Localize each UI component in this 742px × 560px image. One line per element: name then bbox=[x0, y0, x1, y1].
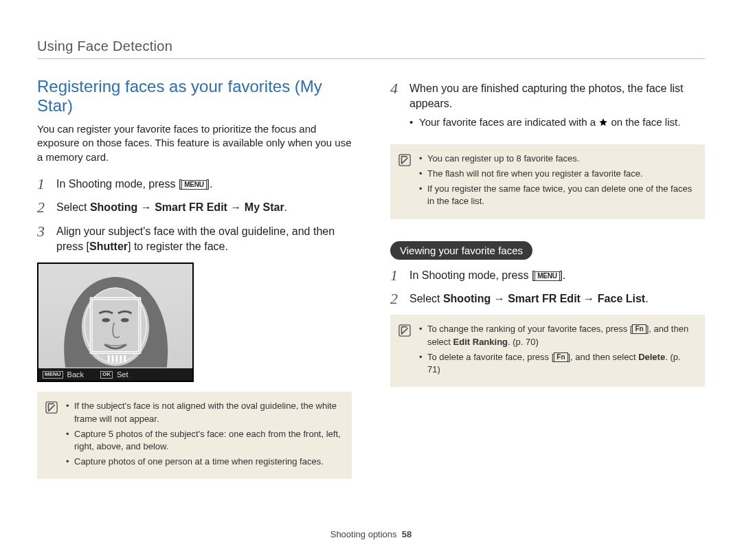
note-item: Capture photos of one person at a time w… bbox=[66, 456, 342, 468]
step-number: 1 bbox=[390, 268, 403, 283]
n3b2-bold: Delete bbox=[638, 352, 665, 362]
note-box-3: To change the ranking of your favorite f… bbox=[390, 315, 705, 387]
page-number: 58 bbox=[402, 529, 412, 539]
camera-screenshot: MENU Back OK Set bbox=[37, 262, 194, 382]
face-guideline-icon bbox=[38, 264, 192, 368]
page-title: Registering faces as your favorites (My … bbox=[37, 77, 352, 115]
note-icon bbox=[398, 324, 411, 337]
fn-icon: Fn bbox=[632, 324, 646, 334]
vstep1-post: ]. bbox=[560, 269, 566, 281]
arrow-icon: → bbox=[491, 293, 508, 304]
vstep2-smartfr: Smart FR Edit bbox=[508, 293, 581, 304]
note-item: To change the ranking of your favorite f… bbox=[419, 323, 695, 348]
step-3: 3 Align your subject's face with the ova… bbox=[37, 224, 352, 255]
step4-text: When you are finished capturing the phot… bbox=[409, 81, 705, 112]
step-number: 2 bbox=[37, 200, 49, 215]
note-item: To delete a favorite face, press [Fn], a… bbox=[419, 351, 695, 376]
step-2: 2 Select Shooting → Smart FR Edit → My S… bbox=[37, 200, 352, 215]
note-item: The flash will not fire when you registe… bbox=[419, 168, 695, 180]
vstep2-post: . bbox=[645, 293, 648, 304]
vstep1-pre: In Shooting mode, press [ bbox=[409, 269, 535, 281]
svg-point-4 bbox=[102, 318, 110, 322]
n3b2-mid: ], and then select bbox=[568, 352, 639, 362]
note-item: If you register the same face twice, you… bbox=[419, 183, 695, 208]
step2-pre: Select bbox=[56, 201, 90, 213]
menu-icon: MENU bbox=[181, 180, 206, 190]
subsection-pill: Viewing your favorite faces bbox=[390, 241, 532, 260]
n3b1-bold: Edit Ranking bbox=[453, 337, 508, 347]
note-item: Capture 5 photos of the subject's face: … bbox=[66, 428, 342, 453]
star-icon bbox=[598, 117, 608, 127]
intro-text: You can register your favorite faces to … bbox=[37, 122, 352, 164]
vstep2-shooting: Shooting bbox=[443, 293, 491, 304]
left-column: Registering faces as your favorites (My … bbox=[37, 77, 352, 491]
step-1: 1 In Shooting mode, press [MENU]. bbox=[37, 177, 352, 192]
note-icon bbox=[45, 401, 58, 414]
shutter-label: Shutter bbox=[89, 240, 128, 252]
section-header: Using Face Detection bbox=[37, 38, 705, 59]
step4-bullet-post: on the face list. bbox=[611, 116, 680, 128]
step2-shooting: Shooting bbox=[90, 201, 137, 213]
arrow-icon: → bbox=[581, 293, 598, 304]
step1-text-pre: In Shooting mode, press [ bbox=[56, 178, 181, 190]
note-icon bbox=[398, 154, 411, 166]
arrow-icon: → bbox=[227, 201, 245, 213]
step-4: 4 When you are finished capturing the ph… bbox=[390, 81, 705, 136]
step-number: 1 bbox=[37, 177, 49, 192]
step-number: 4 bbox=[390, 81, 403, 136]
set-label: Set bbox=[117, 370, 128, 379]
arrow-icon: → bbox=[137, 201, 155, 213]
footer-section: Shooting options bbox=[330, 529, 397, 539]
screenshot-toolbar: MENU Back OK Set bbox=[38, 368, 192, 381]
note-box-2: You can register up to 8 favorite faces.… bbox=[390, 144, 705, 219]
note-item: You can register up to 8 favorite faces. bbox=[419, 153, 695, 165]
n3b2-pre: To delete a favorite face, press [ bbox=[427, 352, 554, 362]
note-item: If the subject's face is not aligned wit… bbox=[66, 400, 342, 425]
step-number: 2 bbox=[390, 291, 403, 306]
menu-icon: MENU bbox=[43, 371, 63, 379]
step2-post: . bbox=[284, 201, 287, 213]
view-step-2: 2 Select Shooting → Smart FR Edit → Face… bbox=[390, 291, 705, 306]
step3-text-b: ] to register the face. bbox=[128, 240, 228, 252]
vstep2-facelist: Face List bbox=[598, 293, 645, 304]
menu-icon: MENU bbox=[535, 271, 559, 281]
n3b1-pre: To change the ranking of your favorite f… bbox=[427, 324, 632, 334]
page-footer: Shooting options 58 bbox=[0, 529, 742, 539]
step1-text-post: ]. bbox=[207, 178, 213, 190]
step-number: 3 bbox=[37, 224, 49, 255]
ok-icon: OK bbox=[100, 371, 113, 379]
svg-point-5 bbox=[121, 318, 129, 322]
vstep2-pre: Select bbox=[409, 293, 443, 304]
step2-smartfr: Smart FR Edit bbox=[155, 201, 227, 213]
n3b1-post: . (p. 70) bbox=[508, 337, 539, 347]
step2-mystar: My Star bbox=[245, 201, 284, 213]
step4-bullet: Your favorite faces are indicated with a… bbox=[409, 115, 705, 129]
note-box-1: If the subject's face is not aligned wit… bbox=[37, 392, 352, 479]
step4-bullet-pre: Your favorite faces are indicated with a bbox=[419, 116, 598, 128]
view-step-1: 1 In Shooting mode, press [MENU]. bbox=[390, 268, 705, 283]
back-label: Back bbox=[67, 370, 84, 379]
right-column: 4 When you are finished capturing the ph… bbox=[390, 77, 705, 491]
fn-icon: Fn bbox=[554, 352, 567, 362]
